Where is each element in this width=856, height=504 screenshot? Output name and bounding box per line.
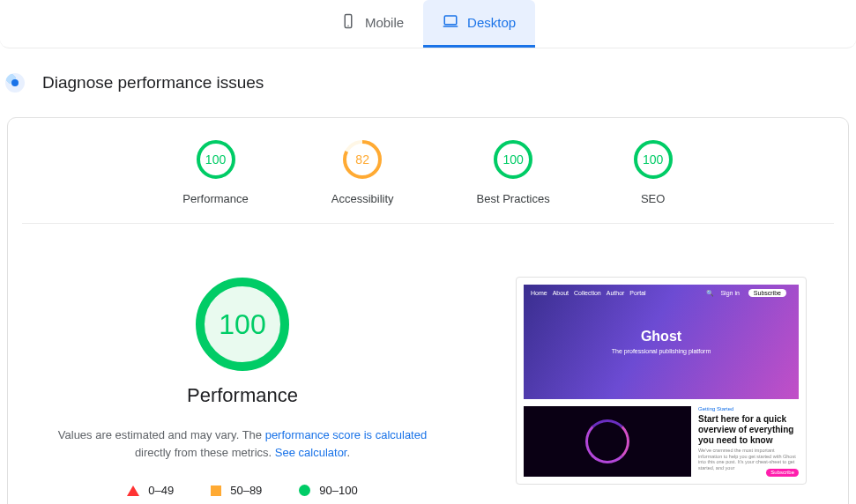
circle-icon xyxy=(299,485,310,496)
tab-mobile-label: Mobile xyxy=(365,15,404,30)
performance-big-gauge: 100 xyxy=(195,277,290,372)
section-title: Diagnose performance issues xyxy=(42,73,264,93)
gauge-best-practices[interactable]: 100Best Practices xyxy=(477,139,550,205)
link-score-calculated[interactable]: performance score is calculated xyxy=(265,428,428,441)
tab-desktop-label: Desktop xyxy=(467,15,516,30)
gauge-row: 100Performance82Accessibility100Best Pra… xyxy=(22,139,834,224)
mobile-icon xyxy=(340,13,356,32)
svg-rect-2 xyxy=(444,16,457,25)
performance-detail: 100 Performance Values are estimated and… xyxy=(48,277,436,497)
screenshot-article-image xyxy=(524,406,691,477)
tab-mobile[interactable]: Mobile xyxy=(321,0,423,48)
screenshot-nav-left: HomeAboutCollectionAuthorPortal xyxy=(531,290,651,297)
big-gauge-label: Performance xyxy=(48,384,436,407)
screenshot-hero-title: Ghost xyxy=(524,329,799,345)
legend-pass: 90–100 xyxy=(299,484,357,497)
compass-icon xyxy=(5,73,25,93)
gauge-accessibility[interactable]: 82Accessibility xyxy=(331,139,394,205)
device-tabs: Mobile Desktop xyxy=(0,0,856,48)
triangle-icon xyxy=(127,485,139,496)
desktop-icon xyxy=(443,13,458,32)
square-icon xyxy=(211,485,221,496)
big-gauge-score: 100 xyxy=(195,277,290,372)
tab-desktop[interactable]: Desktop xyxy=(423,0,535,48)
score-description: Values are estimated and may vary. The p… xyxy=(48,426,436,461)
svg-point-1 xyxy=(347,26,349,27)
gauge-performance[interactable]: 100Performance xyxy=(182,139,248,205)
legend-avg: 50–89 xyxy=(211,484,262,497)
score-legend: 0–49 50–89 90–100 xyxy=(48,484,436,497)
screenshot-hero-subtitle: The professional publishing platform xyxy=(524,348,799,354)
page-screenshot: HomeAboutCollectionAuthorPortal 🔍 Sign i… xyxy=(516,277,807,485)
section-header: Diagnose performance issues xyxy=(5,73,851,93)
screenshot-article: Getting Started Start here for a quick o… xyxy=(698,406,799,477)
link-see-calculator[interactable]: See calculator xyxy=(275,446,347,459)
legend-fail: 0–49 xyxy=(127,484,174,497)
gauge-seo[interactable]: 100SEO xyxy=(633,139,674,205)
screenshot-nav-right: 🔍 Sign inSubscribe xyxy=(706,290,793,297)
report-card: 100Performance82Accessibility100Best Pra… xyxy=(7,117,849,504)
